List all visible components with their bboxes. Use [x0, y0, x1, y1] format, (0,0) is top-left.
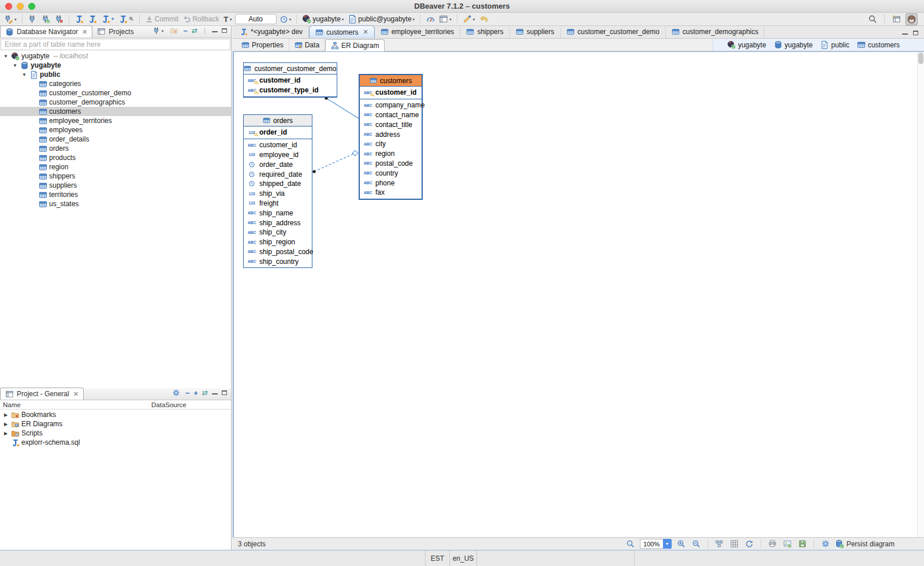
tree-item[interactable]: employee_territories — [0, 116, 231, 125]
collapse-button[interactable]: − — [185, 389, 190, 397]
commit-button[interactable]: Commit — [144, 14, 180, 24]
editor-tab[interactable]: customers✕ — [309, 25, 375, 38]
er-column[interactable]: order_date — [244, 159, 312, 169]
expand-arrow[interactable]: ▼ — [21, 72, 28, 77]
tree-item[interactable]: territories — [0, 190, 231, 199]
link-with-editor-button[interactable]: ⇄ — [192, 27, 198, 34]
expand-arrow[interactable]: ▼ — [12, 63, 18, 68]
tree-item[interactable]: region — [0, 162, 231, 172]
tree-item[interactable]: customer_demographics — [0, 98, 231, 107]
expand-arrow[interactable]: ▼ — [2, 54, 9, 59]
minimize-view-button[interactable] — [212, 390, 218, 394]
output-panel-button[interactable]: ▾ — [438, 14, 453, 24]
table-filter-input[interactable] — [1, 39, 230, 50]
tree-item[interactable]: categories — [0, 79, 231, 88]
new-folder-button[interactable] — [169, 26, 179, 35]
disconnect-button[interactable] — [53, 14, 65, 24]
subtab-data[interactable]: Data — [289, 39, 325, 51]
er-table-customers[interactable]: customersABCcustomer_idABCcompany_nameAB… — [359, 74, 423, 200]
tree-item[interactable]: shippers — [0, 172, 231, 181]
tab-projects[interactable]: Projects — [92, 25, 138, 38]
diagram-settings-button[interactable] — [820, 539, 831, 549]
expand-button[interactable]: + — [193, 389, 198, 397]
breadcrumb-item[interactable]: yugabyte — [727, 40, 766, 49]
new-connection-button[interactable]: ▾ — [3, 14, 18, 24]
er-column[interactable]: ABCcustomer_id — [244, 76, 337, 85]
tree-item[interactable]: ▼yugabyte — [0, 61, 231, 70]
zoom-original-button[interactable] — [625, 539, 636, 549]
search-button[interactable] — [867, 14, 878, 24]
tab-project-general[interactable]: Project - General ✕ — [0, 388, 84, 400]
back-button[interactable] — [478, 14, 489, 24]
active-connection-selector[interactable]: yugabyte▾ — [301, 14, 345, 24]
zoom-dropdown-button[interactable]: ▼ — [663, 539, 672, 549]
maximize-view-button[interactable] — [222, 390, 227, 395]
er-column[interactable]: ABCship_postal_code — [244, 247, 312, 257]
editor-tab[interactable]: *<yugabyte> dev — [234, 25, 309, 38]
tree-item[interactable]: ▼public — [0, 70, 231, 79]
project-item[interactable]: ▶ER Diagrams — [0, 419, 231, 429]
editor-tab[interactable]: shippers — [460, 25, 509, 38]
er-column[interactable]: ABCcustomer_id — [360, 88, 422, 98]
subtab-er-diagram[interactable]: ER Diagram — [325, 39, 385, 51]
editor-tab[interactable]: employee_territories — [375, 25, 461, 38]
tree-item[interactable]: customers — [0, 107, 231, 116]
new-connection-dropdown[interactable]: ▾ — [151, 26, 165, 35]
connect-button[interactable] — [27, 14, 38, 24]
dashboard-button[interactable] — [424, 14, 436, 24]
tree-item[interactable]: us_states — [0, 199, 231, 208]
vertical-scrollbar[interactable] — [917, 52, 924, 537]
expand-arrow[interactable]: ▶ — [2, 422, 9, 427]
er-column[interactable]: ABCship_name — [244, 208, 312, 218]
er-table-customer_customer_demo[interactable]: customer_customer_demoABCcustomer_idABCc… — [243, 62, 337, 98]
er-table-header[interactable]: orders — [244, 115, 312, 126]
project-item[interactable]: ▶Bookmarks — [0, 410, 231, 419]
maximize-view-button[interactable] — [222, 28, 227, 33]
er-column[interactable]: ABCship_address — [244, 218, 312, 228]
subtab-properties[interactable]: Properties — [236, 39, 289, 51]
tree-item[interactable]: employees — [0, 125, 231, 135]
expand-arrow[interactable]: ▶ — [2, 431, 9, 436]
scrollbar-thumb[interactable] — [918, 53, 923, 64]
toggle-grid-button[interactable] — [729, 539, 740, 549]
export-image-button[interactable] — [782, 539, 793, 549]
editor-tab[interactable]: customer_demographics — [666, 25, 765, 38]
er-table-header[interactable]: customer_customer_demo — [244, 63, 337, 75]
tree-item[interactable]: customer_customer_demo — [0, 88, 231, 98]
er-column[interactable]: 123ship_via — [244, 189, 312, 199]
tab-database-navigator[interactable]: Database Navigator ✕ — [0, 25, 92, 38]
er-column[interactable]: ABCship_city — [244, 228, 312, 237]
project-item[interactable]: ▶Scripts — [0, 429, 231, 438]
er-column[interactable]: ABCregion — [360, 149, 422, 159]
er-column[interactable]: ABCcustomer_type_id — [244, 85, 337, 95]
project-item[interactable]: explorr-schema.sql — [0, 438, 231, 447]
dbeaver-perspective-button[interactable] — [906, 13, 918, 25]
settings-button[interactable] — [171, 388, 181, 397]
active-schema-selector[interactable]: public@yugabyte▾ — [346, 14, 416, 24]
expand-arrow[interactable]: ▶ — [2, 412, 9, 418]
er-column[interactable]: ABCship_region — [244, 237, 312, 247]
tree-item[interactable]: ▼yugabyte– localhost — [0, 51, 231, 61]
er-column[interactable]: ABCcity — [360, 139, 422, 149]
editor-tab[interactable]: suppliers — [510, 25, 561, 38]
transaction-mode-button[interactable]: T▾ — [222, 14, 233, 24]
open-perspective-button[interactable] — [891, 14, 902, 24]
zoom-window-button[interactable] — [28, 3, 35, 10]
minimize-editor-button[interactable] — [902, 30, 908, 35]
er-column[interactable]: ABCcountry — [360, 168, 422, 178]
minimize-window-button[interactable] — [17, 3, 24, 10]
tree-item[interactable]: suppliers — [0, 181, 231, 190]
er-column[interactable]: 123employee_id — [244, 150, 312, 160]
close-icon[interactable]: ✕ — [73, 390, 79, 398]
column-datasource[interactable]: DataSource — [151, 401, 187, 408]
column-name[interactable]: Name — [3, 401, 21, 408]
er-table-header[interactable]: customers — [360, 75, 422, 87]
print-diagram-button[interactable] — [767, 539, 778, 549]
close-tab-icon[interactable]: ✕ — [363, 28, 368, 36]
er-column[interactable]: ABCcompany_name — [360, 100, 422, 110]
er-column[interactable]: ABCcustomer_id — [244, 140, 312, 150]
collapse-all-button[interactable]: − — [183, 27, 188, 35]
er-table-orders[interactable]: orders123order_idABCcustomer_id123employ… — [243, 114, 312, 268]
er-column[interactable]: ABCfax — [360, 188, 422, 198]
close-window-button[interactable] — [5, 3, 12, 10]
